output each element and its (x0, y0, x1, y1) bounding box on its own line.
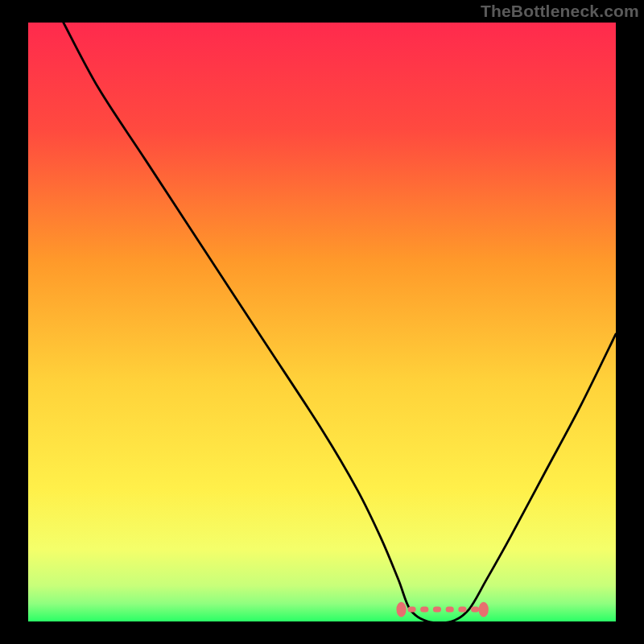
gradient-background (28, 23, 616, 621)
plot-area (28, 23, 616, 621)
chart-svg (28, 23, 616, 621)
svg-point-1 (479, 602, 489, 617)
svg-rect-2 (407, 607, 415, 613)
svg-rect-6 (458, 607, 466, 613)
chart-frame: TheBottleneck.com (0, 0, 644, 644)
svg-rect-7 (471, 607, 479, 613)
svg-rect-4 (433, 607, 441, 613)
svg-point-0 (396, 602, 406, 617)
watermark-text: TheBottleneck.com (481, 2, 639, 21)
svg-rect-5 (446, 607, 454, 613)
svg-rect-3 (420, 607, 428, 613)
